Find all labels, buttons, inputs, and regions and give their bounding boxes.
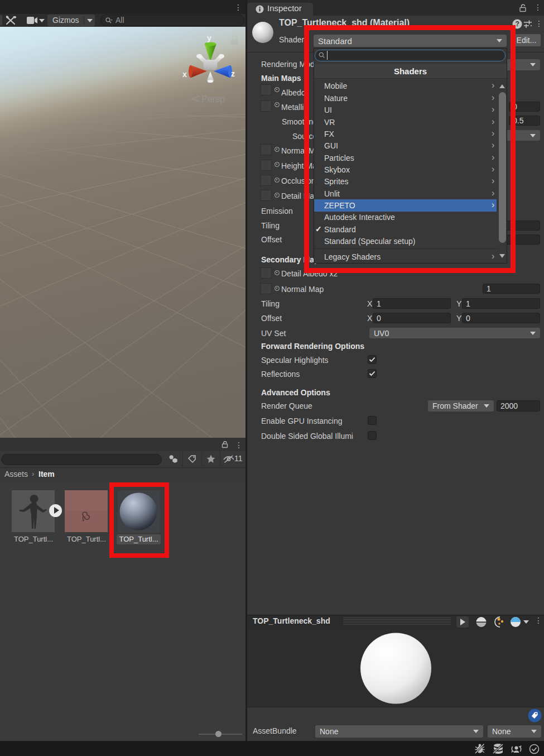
- svg-text:x: x: [182, 70, 187, 79]
- svg-text:z: z: [231, 69, 235, 78]
- svg-text:y: y: [207, 34, 211, 42]
- svg-text:Persp: Persp: [201, 94, 225, 104]
- svg-text:?: ?: [515, 20, 519, 28]
